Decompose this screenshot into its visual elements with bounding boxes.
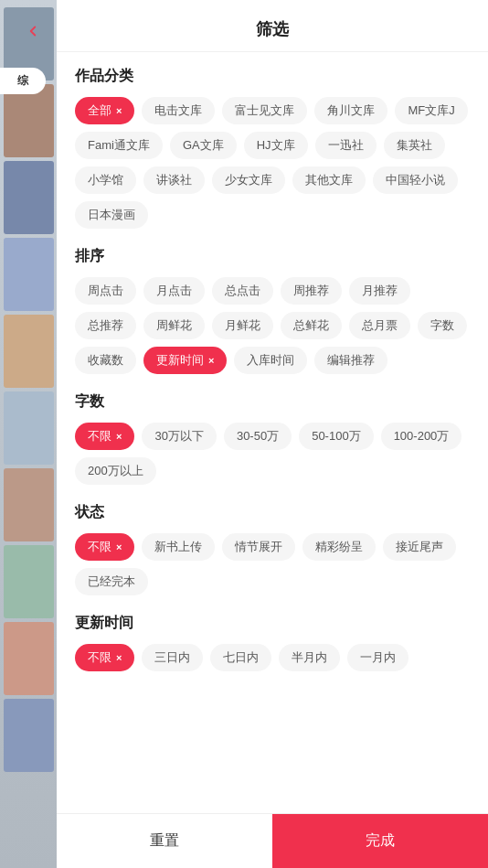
tag-item[interactable]: 不限×	[75, 423, 134, 450]
tag-item[interactable]: 已经完本	[75, 568, 148, 595]
tag-item[interactable]: 30-50万	[224, 423, 292, 450]
tag-item[interactable]: 总月票	[349, 312, 410, 339]
tag-item[interactable]: 更新时间×	[143, 347, 227, 374]
page-title: 筛选	[256, 20, 289, 38]
tag-item[interactable]: 月推荐	[349, 277, 410, 305]
tag-item[interactable]: 新书上传	[142, 533, 215, 561]
reset-button[interactable]: 重置	[57, 814, 272, 868]
close-icon: ×	[116, 105, 122, 116]
tag-item[interactable]: Fami通文库	[75, 132, 163, 159]
section-title-category: 作品分类	[75, 67, 470, 86]
tag-item[interactable]: 讲谈社	[143, 166, 205, 194]
tag-item[interactable]: 少女文库	[212, 166, 285, 194]
section-title-sort: 排序	[75, 247, 470, 266]
tags-status: 不限×新书上传情节展开精彩纷呈接近尾声已经完本	[75, 533, 470, 595]
tag-item[interactable]: 100-200万	[381, 423, 462, 450]
section-title-status: 状态	[75, 503, 470, 522]
tag-item[interactable]: 月鲜花	[212, 312, 273, 339]
section-sort: 排序 周点击月点击总点击周推荐月推荐总推荐周鲜花月鲜花总鲜花总月票字数收藏数更新…	[75, 247, 470, 374]
tags-wordcount: 不限×30万以下30-50万50-100万100-200万200万以上	[75, 423, 470, 485]
close-icon: ×	[116, 541, 122, 552]
close-icon: ×	[116, 431, 122, 442]
bottom-bar: 重置 完成	[57, 813, 488, 868]
tag-item[interactable]: 日本漫画	[75, 201, 148, 229]
tags-sort: 周点击月点击总点击周推荐月推荐总推荐周鲜花月鲜花总鲜花总月票字数收藏数更新时间×…	[75, 277, 470, 374]
tag-item[interactable]: 总点击	[212, 277, 273, 305]
section-status: 状态 不限×新书上传情节展开精彩纷呈接近尾声已经完本	[75, 503, 470, 595]
tag-item[interactable]: 入库时间	[234, 347, 307, 374]
tag-item[interactable]: 三日内	[142, 644, 203, 671]
tag-item[interactable]: 不限×	[75, 644, 134, 671]
close-icon: ×	[116, 652, 122, 663]
tag-item[interactable]: 编辑推荐	[314, 347, 387, 374]
close-icon: ×	[208, 355, 214, 366]
tag-item[interactable]: GA文库	[170, 132, 237, 159]
tag-item[interactable]: 总鲜花	[281, 312, 342, 339]
header: 筛选	[57, 0, 488, 52]
tag-item[interactable]: 30万以下	[142, 423, 216, 450]
side-tab: 综	[0, 68, 46, 98]
tag-item[interactable]: 收藏数	[75, 347, 136, 374]
section-wordcount: 字数 不限×30万以下30-50万50-100万100-200万200万以上	[75, 392, 470, 485]
section-category: 作品分类 全部×电击文库富士见文库角川文库MF文库JFami通文库GA文库HJ文…	[75, 67, 470, 229]
tag-item[interactable]: 集英社	[384, 132, 445, 159]
tag-item[interactable]: 总推荐	[75, 312, 136, 339]
tags-category: 全部×电击文库富士见文库角川文库MF文库JFami通文库GA文库HJ文库一迅社集…	[75, 97, 470, 229]
tag-item[interactable]: 周鲜花	[143, 312, 205, 339]
tag-item[interactable]: 周推荐	[281, 277, 342, 305]
tag-item[interactable]: 七日内	[210, 644, 271, 671]
tag-item[interactable]: 电击文库	[142, 97, 215, 124]
tag-item[interactable]: 一迅社	[315, 132, 377, 159]
tag-item[interactable]: 一月内	[347, 644, 408, 671]
tag-item[interactable]: MF文库J	[395, 97, 467, 124]
confirm-button[interactable]: 完成	[272, 814, 488, 868]
tag-item[interactable]: 半月内	[279, 644, 340, 671]
tag-item[interactable]: 接近尾声	[383, 533, 456, 561]
tag-item[interactable]: 中国轻小说	[373, 166, 458, 194]
side-tab-label: 综	[0, 68, 46, 94]
tag-item[interactable]: 其他文库	[292, 166, 366, 194]
tag-item[interactable]: 角川文库	[314, 97, 387, 124]
tag-item[interactable]: 月点击	[143, 277, 205, 305]
tag-item[interactable]: 精彩纷呈	[302, 533, 376, 561]
tag-item[interactable]: 周点击	[75, 277, 136, 305]
tag-item[interactable]: 情节展开	[222, 533, 295, 561]
section-title-updatetime: 更新时间	[75, 614, 470, 633]
tags-updatetime: 不限×三日内七日内半月内一月内	[75, 644, 470, 671]
left-panel	[0, 0, 57, 868]
tag-item[interactable]: 富士见文库	[222, 97, 307, 124]
section-updatetime: 更新时间 不限×三日内七日内半月内一月内	[75, 614, 470, 671]
tag-item[interactable]: 小学馆	[75, 166, 136, 194]
tag-item[interactable]: 不限×	[75, 533, 134, 561]
tag-item[interactable]: HJ文库	[244, 132, 308, 159]
tag-item[interactable]: 50-100万	[299, 423, 373, 450]
scroll-content: 作品分类 全部×电击文库富士见文库角川文库MF文库JFami通文库GA文库HJ文…	[57, 52, 488, 868]
main-panel: 筛选 作品分类 全部×电击文库富士见文库角川文库MF文库JFami通文库GA文库…	[57, 0, 488, 868]
tag-item[interactable]: 全部×	[75, 97, 134, 124]
section-title-wordcount: 字数	[75, 392, 470, 412]
tag-item[interactable]: 字数	[418, 312, 467, 339]
back-button[interactable]	[18, 16, 48, 46]
tag-item[interactable]: 200万以上	[75, 457, 156, 485]
